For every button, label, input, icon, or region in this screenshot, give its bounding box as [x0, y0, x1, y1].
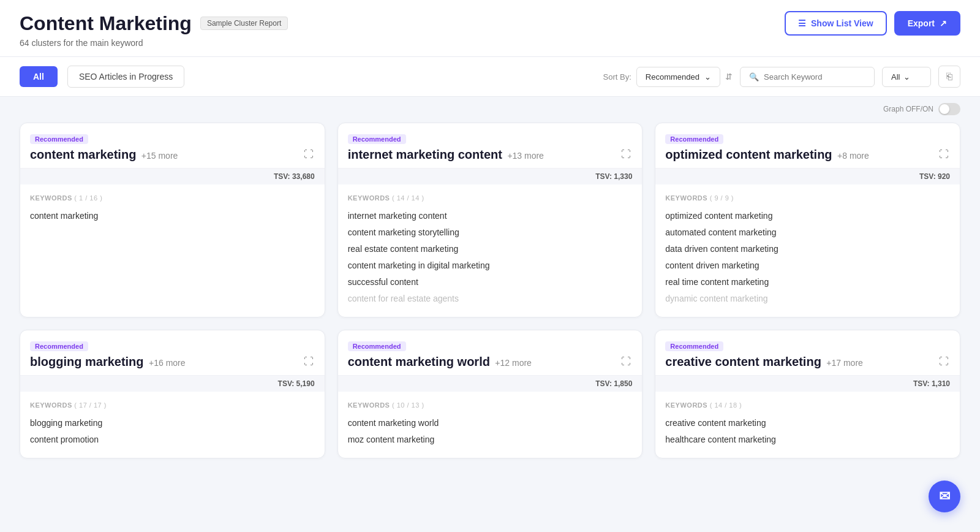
recommended-badge: Recommended: [348, 134, 406, 144]
cluster-card: Recommended blogging marketing +16 more …: [20, 330, 325, 458]
tab-all[interactable]: All: [20, 66, 58, 87]
recommended-badge: Recommended: [30, 341, 88, 351]
chevron-down-icon: ⌄: [704, 72, 711, 82]
tsv-bar: TSV: 1,850: [338, 375, 643, 392]
expand-button[interactable]: ⛶: [938, 355, 950, 368]
export-icon: ↗: [940, 18, 947, 28]
search-input[interactable]: [764, 72, 865, 82]
tsv-value: TSV: 33,680: [274, 172, 315, 181]
toggle-knob: [940, 104, 949, 114]
recommended-badge: Recommended: [665, 134, 723, 144]
expand-button[interactable]: ⛶: [938, 148, 950, 161]
graph-toggle-bar: Graph OFF/ON: [0, 97, 980, 118]
list-icon: ☰: [798, 18, 806, 28]
tsv-bar: TSV: 33,680: [20, 168, 325, 184]
card-header: Recommended internet marketing content +…: [338, 123, 643, 168]
recommended-badge: Recommended: [348, 341, 406, 351]
keywords-count: ( 14 / 14 ): [392, 194, 424, 202]
subtitle: 64 clusters for the main keyword: [20, 38, 960, 48]
keyword-item: dynamic content marketing: [665, 291, 950, 307]
tsv-bar: TSV: 1,330: [338, 168, 643, 184]
card-title: internet marketing content: [348, 148, 502, 161]
keyword-item: content driven marketing: [665, 257, 950, 274]
keyword-item: content marketing world: [348, 415, 633, 431]
card-body: KEYWORDS ( 10 / 13 ) content marketing w…: [338, 392, 643, 458]
card-header: Recommended creative content marketing +…: [655, 330, 960, 375]
keyword-item: optimized content marketing: [665, 208, 950, 224]
keywords-label: KEYWORDS ( 1 / 16 ): [30, 194, 315, 202]
expand-button[interactable]: ⛶: [303, 148, 315, 161]
tab-seo-articles[interactable]: SEO Articles in Progress: [67, 66, 184, 88]
tsv-bar: TSV: 5,190: [20, 375, 325, 392]
tsv-value: TSV: 1,850: [595, 379, 632, 388]
keyword-item: content for real estate agents: [348, 291, 633, 307]
keywords-label: KEYWORDS ( 14 / 18 ): [665, 401, 950, 409]
search-icon: 🔍: [749, 72, 759, 82]
keywords-label: KEYWORDS ( 17 / 17 ): [30, 401, 315, 409]
sort-select[interactable]: Recommended ⌄: [636, 67, 720, 87]
tsv-value: TSV: 920: [919, 172, 950, 181]
card-header: Recommended optimized content marketing …: [655, 123, 960, 168]
card-body: KEYWORDS ( 14 / 18 ) creative content ma…: [655, 392, 960, 458]
card-title: creative content marketing: [665, 355, 821, 368]
cluster-card: Recommended content marketing world +12 …: [337, 330, 643, 458]
card-more-count: +15 more: [141, 151, 178, 161]
keywords-count: ( 9 / 9 ): [710, 194, 734, 202]
card-header: Recommended blogging marketing +16 more …: [20, 330, 325, 375]
tsv-value: TSV: 1,310: [913, 379, 950, 388]
sort-by-wrapper: Sort By: Recommended ⌄ ⇵: [603, 67, 733, 87]
keyword-item: automated content marketing: [665, 224, 950, 241]
graph-toggle[interactable]: [938, 103, 960, 115]
card-more-count: +16 more: [149, 358, 186, 368]
expand-button[interactable]: ⛶: [303, 355, 315, 368]
card-header: Recommended content marketing world +12 …: [338, 330, 643, 375]
keyword-item: internet marketing content: [348, 208, 633, 224]
keywords-label: KEYWORDS ( 14 / 14 ): [348, 194, 633, 202]
sort-order-icon[interactable]: ⇵: [725, 72, 733, 82]
keyword-item: successful content: [348, 274, 633, 291]
sort-label: Sort By:: [603, 72, 631, 82]
filter-icon: ⎗: [946, 71, 952, 82]
recommended-badge: Recommended: [30, 134, 88, 144]
keywords-count: ( 10 / 13 ): [392, 401, 424, 409]
sample-badge: Sample Cluster Report: [200, 17, 288, 30]
keywords-count: ( 1 / 16 ): [74, 194, 102, 202]
cards-grid: Recommended content marketing +15 more ⛶…: [0, 118, 980, 478]
card-title: blogging marketing: [30, 355, 144, 368]
expand-button[interactable]: ⛶: [620, 355, 632, 368]
cluster-card: Recommended content marketing +15 more ⛶…: [20, 123, 325, 317]
filter-dropdown[interactable]: All ⌄: [882, 67, 931, 87]
keywords-count: ( 14 / 18 ): [710, 401, 742, 409]
recommended-badge: Recommended: [665, 341, 723, 351]
chevron-down-icon: ⌄: [903, 72, 910, 82]
tsv-value: TSV: 1,330: [595, 172, 632, 181]
keywords-count: ( 17 / 17 ): [74, 401, 107, 409]
page-title: Content Marketing: [20, 12, 192, 35]
header-actions: ☰ Show List View Export ↗: [785, 11, 960, 36]
list-view-button[interactable]: ☰ Show List View: [785, 11, 887, 36]
tsv-value: TSV: 5,190: [278, 379, 315, 388]
title-area: Content Marketing Sample Cluster Report: [20, 12, 288, 35]
cluster-card: Recommended creative content marketing +…: [655, 330, 960, 458]
keyword-item: content promotion: [30, 431, 315, 448]
expand-button[interactable]: ⛶: [620, 148, 632, 161]
keywords-label: KEYWORDS ( 9 / 9 ): [665, 194, 950, 202]
card-more-count: +13 more: [507, 151, 544, 161]
keyword-item: real estate content marketing: [348, 241, 633, 257]
keyword-item: blogging marketing: [30, 415, 315, 431]
card-body: KEYWORDS ( 9 / 9 ) optimized content mar…: [655, 184, 960, 317]
card-body: KEYWORDS ( 1 / 16 ) content marketing: [20, 184, 325, 234]
card-more-count: +17 more: [826, 358, 863, 368]
export-button[interactable]: Export ↗: [894, 11, 960, 36]
keyword-item: content marketing storytelling: [348, 224, 633, 241]
keyword-item: real time content marketing: [665, 274, 950, 291]
keyword-item: content marketing in digital marketing: [348, 257, 633, 274]
graph-label: Graph OFF/ON: [883, 105, 933, 113]
cluster-card: Recommended optimized content marketing …: [655, 123, 960, 317]
filter-button[interactable]: ⎗: [938, 66, 960, 88]
card-more-count: +12 more: [495, 358, 532, 368]
keyword-item: moz content marketing: [348, 431, 633, 448]
search-box: 🔍: [740, 67, 875, 87]
toolbar: All SEO Articles in Progress Sort By: Re…: [0, 57, 980, 97]
card-body: KEYWORDS ( 14 / 14 ) internet marketing …: [338, 184, 643, 317]
